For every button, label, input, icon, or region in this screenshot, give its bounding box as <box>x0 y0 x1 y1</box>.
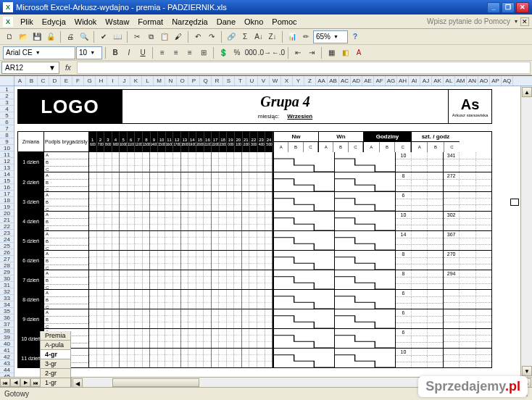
column-header[interactable]: N <box>165 76 177 86</box>
column-header[interactable]: L <box>142 76 154 86</box>
sheet-canvas[interactable]: LOGO Grupa 4 miesiąc: Wrzesień As Arkusz… <box>14 86 520 377</box>
row-header[interactable]: 9 <box>0 138 14 145</box>
open-file-icon[interactable]: 📂 <box>17 30 30 43</box>
column-header[interactable]: D <box>49 76 61 86</box>
row-header[interactable]: 22 <box>0 223 14 230</box>
menu-narzedzia[interactable]: Narzędzia <box>167 16 212 28</box>
spellcheck-icon[interactable]: ✔ <box>97 30 110 43</box>
scroll-up-icon[interactable]: ▲ <box>522 87 532 97</box>
column-header[interactable]: R <box>212 76 223 86</box>
tab-nav-last-icon[interactable]: ⏭ <box>30 378 41 387</box>
drawing-icon[interactable]: ✏ <box>299 30 312 43</box>
sheet-tab[interactable]: 2-gr <box>40 369 71 378</box>
column-header[interactable]: C <box>38 76 49 86</box>
column-header[interactable]: AN <box>467 76 478 86</box>
column-header[interactable]: Y <box>293 76 304 86</box>
font-size-dropdown[interactable]: 10▼ <box>76 46 102 59</box>
row-header[interactable]: 41 <box>0 347 14 354</box>
column-header[interactable]: AH <box>397 76 409 86</box>
column-header[interactable]: Z <box>304 76 316 86</box>
column-header[interactable]: AA <box>316 76 328 86</box>
column-header[interactable]: Q <box>200 76 212 86</box>
doc-window-close-button[interactable]: ✕ <box>520 17 529 26</box>
sheet-tab[interactable]: 1-gr <box>40 378 71 388</box>
tab-nav-first-icon[interactable]: ⏮ <box>0 378 10 387</box>
help-prompt[interactable]: Wpisz pytanie do Pomocy <box>427 17 515 25</box>
column-header[interactable]: AK <box>432 76 444 86</box>
row-header[interactable]: 19 <box>0 204 14 210</box>
row-header[interactable]: 12 <box>0 158 14 164</box>
cut-icon[interactable]: ✂ <box>130 30 144 43</box>
column-header[interactable]: H <box>96 76 107 86</box>
column-header[interactable]: U <box>246 76 258 86</box>
help-icon[interactable]: ? <box>349 30 362 43</box>
column-header[interactable]: J <box>119 76 130 86</box>
row-header[interactable]: 27 <box>0 256 14 262</box>
autosum-icon[interactable]: Σ <box>238 30 252 43</box>
font-name-dropdown[interactable]: Arial CE▼ <box>3 46 75 59</box>
row-header[interactable]: 13 <box>0 164 14 171</box>
percent-icon[interactable]: % <box>230 46 244 59</box>
column-header[interactable]: T <box>235 76 246 86</box>
window-maximize-button[interactable]: ❐ <box>502 2 515 13</box>
font-color-icon[interactable]: A <box>352 46 365 59</box>
select-all-corner[interactable] <box>0 76 14 86</box>
align-right-icon[interactable]: ≡ <box>183 46 196 59</box>
sheet-tab[interactable]: A-pula <box>40 341 71 350</box>
row-header[interactable]: 18 <box>0 197 14 204</box>
menu-okno[interactable]: Okno <box>240 16 267 28</box>
menu-wstaw[interactable]: Wstaw <box>101 16 133 28</box>
row-header[interactable]: 28 <box>0 262 14 269</box>
menu-plik[interactable]: Plik <box>16 16 38 28</box>
new-file-icon[interactable]: 🗋 <box>3 30 16 43</box>
sheet-tab[interactable]: Premia <box>40 331 71 341</box>
row-header[interactable]: 38 <box>0 328 14 334</box>
row-header[interactable]: 17 <box>0 191 14 197</box>
row-header[interactable]: 21 <box>0 217 14 223</box>
increase-decimal-icon[interactable]: .0→ <box>258 46 271 59</box>
column-header[interactable]: O <box>177 76 188 86</box>
sort-asc-icon[interactable]: A↓ <box>252 30 265 43</box>
zoom-dropdown[interactable]: 65%▼ <box>313 30 348 43</box>
row-header[interactable]: 10 <box>0 145 14 151</box>
column-header[interactable]: S <box>223 76 235 86</box>
column-headers[interactable]: ABCDEFGHIJKLMNOPQRSTUVWXYZAAABACADAEAFAG… <box>0 76 532 86</box>
column-header[interactable]: E <box>61 76 72 86</box>
window-minimize-button[interactable]: _ <box>487 2 500 13</box>
row-header[interactable]: 8 <box>0 132 14 138</box>
menu-format[interactable]: Format <box>133 16 167 28</box>
tab-nav-next-icon[interactable]: ▶ <box>20 378 30 387</box>
menu-pomoc[interactable]: Pomoc <box>267 16 301 28</box>
menu-edycja[interactable]: Edycja <box>38 16 70 28</box>
column-header[interactable]: AF <box>374 76 386 86</box>
row-header[interactable]: 1 <box>0 86 14 93</box>
row-header[interactable]: 44 <box>0 367 14 373</box>
redo-icon[interactable]: ↷ <box>205 30 218 43</box>
column-header[interactable]: AG <box>386 76 397 86</box>
hscroll-thumb[interactable] <box>112 378 199 387</box>
column-header[interactable]: P <box>188 76 200 86</box>
column-header[interactable]: AP <box>490 76 502 86</box>
sort-desc-icon[interactable]: Z↓ <box>266 30 279 43</box>
row-header[interactable]: 5 <box>0 112 14 119</box>
column-header[interactable]: AE <box>362 76 374 86</box>
row-header[interactable]: 32 <box>0 288 14 295</box>
row-headers[interactable]: 1234567891011121314151617181920212223242… <box>0 86 14 387</box>
borders-icon[interactable]: ▦ <box>325 46 338 59</box>
underline-icon[interactable]: U <box>136 46 149 59</box>
column-header[interactable]: AM <box>455 76 467 86</box>
row-header[interactable]: 15 <box>0 178 14 184</box>
column-header[interactable]: AD <box>351 76 362 86</box>
row-header[interactable]: 30 <box>0 275 14 282</box>
print-preview-icon[interactable]: 🔍 <box>78 30 91 43</box>
column-header[interactable]: AL <box>444 76 455 86</box>
fill-color-icon[interactable]: ◧ <box>338 46 352 59</box>
vertical-scrollbar[interactable]: ▲ ▼ <box>520 86 532 377</box>
save-icon[interactable]: 💾 <box>30 30 43 43</box>
comma-icon[interactable]: 000 <box>244 46 257 59</box>
column-header[interactable]: I <box>107 76 119 86</box>
copy-icon[interactable]: ⧉ <box>144 30 157 43</box>
hyperlink-icon[interactable]: 🔗 <box>225 30 238 43</box>
decrease-indent-icon[interactable]: ⇤ <box>291 46 304 59</box>
column-header[interactable]: G <box>84 76 96 86</box>
